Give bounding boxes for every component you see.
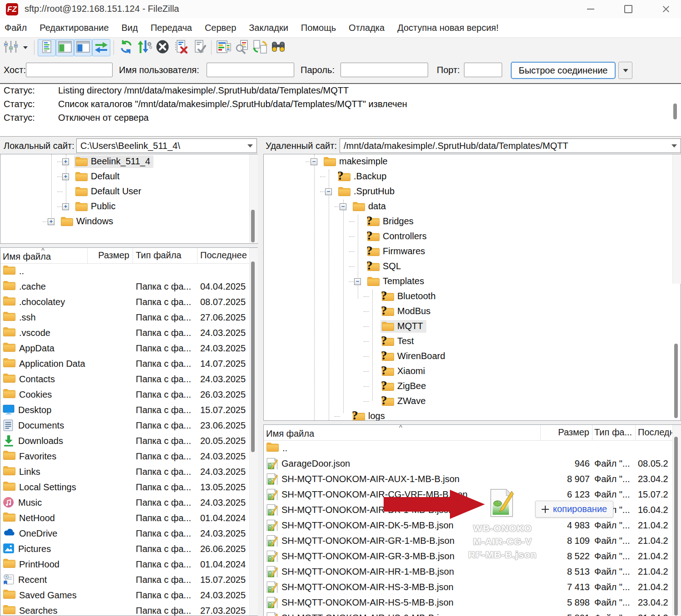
disconnect-button[interactable] [172, 39, 190, 56]
process-queue-button[interactable] [135, 39, 153, 56]
file-row-..[interactable]: .. [0, 263, 257, 279]
column-header-1[interactable]: Размер [541, 425, 592, 440]
expander-minus-icon[interactable]: − [311, 158, 317, 165]
expander-minus-icon[interactable]: − [340, 203, 346, 210]
tree-item-firmwares[interactable]: ? Firmwares [264, 244, 681, 259]
file-row-onedrive[interactable]: OneDrive Папка с фа... 24.03.2025 [0, 526, 257, 541]
tree-item-bluetooth[interactable]: ? Bluetooth [264, 289, 681, 304]
cancel-button[interactable] [153, 39, 172, 56]
tree-item-data[interactable]: − data [264, 199, 681, 214]
file-row-favorites[interactable]: Favorites Папка с фа... 24.03.2025 [0, 448, 257, 464]
menu-item-1[interactable]: Редактирование [39, 23, 109, 33]
expander-plus-icon[interactable]: + [62, 173, 69, 180]
file-row-sh-mqtt-onokom-air-hs-5-mb-b.json[interactable]: SH-MQTT-ONOKOM-AIR-HS-5-MB-B.json 5 898 … [264, 595, 681, 610]
file-row-.ssh[interactable]: .ssh Папка с фа... 27.06.2025 [0, 310, 257, 325]
port-input[interactable] [464, 63, 502, 77]
file-row-.vscode[interactable]: .vscode Папка с фа... 24.03.2025 [0, 325, 257, 340]
panel-splitter[interactable] [258, 137, 263, 616]
file-row-appdata[interactable]: AppData Папка с фа... 24.03.2025 [0, 340, 257, 356]
menu-item-8[interactable]: Доступна новая версия! [397, 23, 498, 33]
close-button[interactable] [656, 0, 676, 18]
file-row-links[interactable]: Links Папка с фа... 24.03.2025 [0, 464, 257, 479]
quickconnect-dropdown-button[interactable] [618, 62, 632, 79]
tree-item-test[interactable]: ? Test [264, 334, 681, 349]
menu-item-2[interactable]: Вид [122, 23, 138, 33]
local-tree-scrollbar-thumb[interactable] [251, 210, 255, 242]
tree-item-wirenboard[interactable]: ? WirenBoard [264, 349, 681, 364]
tree-item-templates[interactable]: − Templates [264, 274, 681, 289]
remote-tree-scrollbar-track[interactable] [672, 154, 681, 284]
tree-item-mqtt[interactable]: MQTT [264, 319, 681, 334]
file-row-local-settings[interactable]: Local Settings Папка с фа... 13.05.2025 [0, 479, 257, 495]
expander-minus-icon[interactable]: − [325, 188, 332, 195]
tree-item-beelink-511-4[interactable]: + Beelink_511_4 [0, 154, 257, 169]
file-row-.cache[interactable]: .cache Папка с фа... 04.04.2025 [0, 279, 257, 294]
remote-path-combobox[interactable]: /mnt/data/makesimple/.SprutHub/data/Temp… [340, 138, 681, 153]
menu-item-7[interactable]: Отладка [349, 23, 385, 33]
toggle-message-log-button[interactable] [38, 39, 56, 56]
reconnect-button[interactable] [190, 39, 208, 56]
site-manager-button[interactable] [2, 39, 20, 56]
local-list-scrollbar-thumb[interactable] [251, 261, 255, 452]
site-manager-dropdown-button[interactable] [20, 39, 31, 56]
refresh-button[interactable] [117, 39, 135, 56]
menu-item-6[interactable]: Помощь [301, 23, 336, 33]
file-row-sh-mqtt-onokom-air-hs-3-mb-b.json[interactable]: SH-MQTT-ONOKOM-AIR-HS-3-MB-B.json 7 413 … [264, 579, 681, 595]
tree-item-zwave[interactable]: ? ZWave [264, 394, 681, 409]
menu-item-3[interactable]: Передача [151, 23, 192, 33]
username-input[interactable] [207, 63, 294, 77]
menu-item-5[interactable]: Закладки [249, 23, 288, 33]
remote-splitter[interactable] [263, 421, 681, 424]
file-row-searches[interactable]: Searches Папка с фа... 27.03.2025 [0, 603, 257, 616]
tree-item-makesimple[interactable]: − makesimple [264, 154, 681, 169]
file-row-.chocolatey[interactable]: .chocolatey Папка с фа... 08.07.2025 [0, 294, 257, 310]
tree-item-.spruthub[interactable]: − .SprutHub [264, 184, 681, 199]
file-row-pictures[interactable]: Pictures Папка с фа... 26.06.2025 [0, 541, 257, 557]
menu-item-0[interactable]: Файл [5, 23, 27, 33]
file-row-documents[interactable]: Documents Папка с фа... 23.06.2025 [0, 418, 257, 433]
tree-item-default[interactable]: + Default [0, 169, 257, 184]
file-row-..[interactable]: .. [264, 440, 681, 456]
expander-plus-icon[interactable]: + [62, 203, 69, 210]
tree-item-logs[interactable]: ? logs [264, 409, 681, 421]
tree-item-zigbee[interactable]: ? ZigBee [264, 379, 681, 394]
host-input[interactable] [26, 63, 113, 77]
file-row-sh-mqtt-onokom-air-hs-6-mb-b.json[interactable]: SH-MQTT-ONOKOM-AIR-HS-6-MB-B.json 5 801 … [264, 610, 681, 616]
tree-item-sql[interactable]: ? SQL [264, 259, 681, 274]
file-row-application-data[interactable]: Application Data Папка с фа... 14.07.202… [0, 356, 257, 371]
file-row-recent[interactable]: Recent Папка с фа... 15.07.2025 [0, 572, 257, 587]
file-row-saved-games[interactable]: Saved Games Папка с фа... 24.03.2025 [0, 587, 257, 603]
file-row-sh-mqtt-onokom-air-hr-1-mb-b.json[interactable]: SH-MQTT-ONOKOM-AIR-HR-1-MB-B.json 8 513 … [264, 564, 681, 579]
local-splitter[interactable] [0, 244, 258, 247]
maximize-button[interactable] [618, 0, 639, 18]
file-row-sh-mqtt-onokom-air-aux-1-mb-b.json[interactable]: SH-MQTT-ONOKOM-AIR-AUX-1-MB-B.json 8 907… [264, 471, 681, 487]
quickconnect-button[interactable]: Быстрое соединение [511, 62, 616, 79]
password-input[interactable] [340, 63, 428, 77]
directory-comparison-button[interactable] [215, 39, 233, 56]
remote-tree-scrollbar-thumb[interactable] [674, 344, 678, 418]
tree-item-public[interactable]: + Public [0, 199, 257, 214]
tree-item-default-user[interactable]: Default User [0, 184, 257, 199]
tree-item-xiaomi[interactable]: ? Xiaomi [264, 364, 681, 379]
minimize-button[interactable] [580, 0, 601, 18]
menu-item-4[interactable]: Сервер [205, 23, 236, 33]
tree-item-bridges[interactable]: ? Bridges [264, 214, 681, 229]
file-row-music[interactable]: Music Папка с фа... 24.03.2025 [0, 495, 257, 510]
expander-plus-icon[interactable]: + [62, 158, 69, 165]
column-header-0[interactable]: ^Имя файла [264, 425, 541, 440]
column-header-1[interactable]: Размер [88, 248, 133, 263]
column-header-0[interactable]: ^Имя файла [0, 248, 88, 263]
column-header-2[interactable]: Тип фа... [592, 425, 636, 440]
tree-item-.backup[interactable]: ? .Backup [264, 169, 681, 184]
file-row-contacts[interactable]: Contacts Папка с фа... 24.03.2025 [0, 371, 257, 387]
file-row-downloads[interactable]: Downloads Папка с фа... 20.05.2025 [0, 433, 257, 448]
status-scrollbar-thumb[interactable] [673, 103, 677, 119]
filename-filters-button[interactable] [233, 39, 251, 56]
file-row-nethood[interactable]: NetHood Папка с фа... 01.04.2024 [0, 510, 257, 526]
toggle-local-tree-button[interactable] [56, 39, 74, 56]
tree-item-windows[interactable]: + Windows [0, 214, 257, 229]
column-header-2[interactable]: Тип файла [133, 248, 197, 263]
expander-plus-icon[interactable]: + [48, 218, 54, 225]
remote-list-scrollbar-thumb[interactable] [674, 437, 678, 616]
tree-item-modbus[interactable]: ? ModBus [264, 304, 681, 319]
